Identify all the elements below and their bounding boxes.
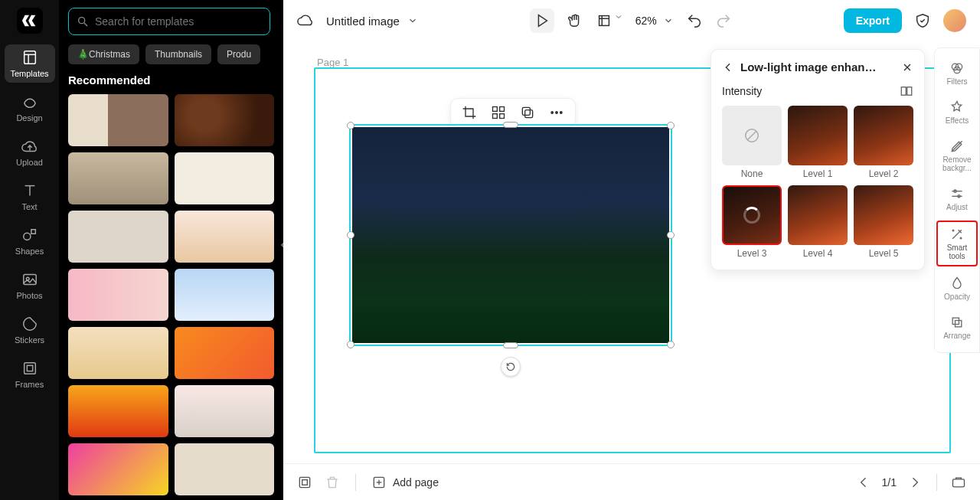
svg-point-18 — [556, 112, 558, 114]
shield-icon[interactable] — [914, 12, 931, 29]
redo-button[interactable] — [715, 12, 732, 29]
chevron-down-icon — [407, 15, 418, 26]
chip-thumbnails[interactable]: Thumbnails — [145, 44, 211, 64]
template-thumb[interactable] — [175, 152, 275, 204]
intensity-levels: None Level 1 Level 2 Level 3 Level 4 Lev… — [722, 106, 913, 259]
svg-rect-16 — [522, 107, 530, 115]
template-search[interactable] — [68, 8, 270, 35]
undo-button[interactable] — [686, 12, 703, 29]
resize-handle-tr[interactable] — [667, 122, 675, 129]
nav-shapes[interactable]: Shapes — [5, 222, 55, 260]
resize-handle-mt[interactable] — [503, 122, 518, 128]
svg-rect-11 — [493, 107, 498, 112]
pages-panel-button[interactable] — [297, 475, 312, 490]
app-logo[interactable] — [17, 8, 43, 34]
chip-products[interactable]: Produ — [217, 44, 260, 64]
compare-icon[interactable] — [900, 84, 913, 98]
resize-handle-bl[interactable] — [347, 341, 354, 348]
level-2[interactable]: Level 2 — [854, 106, 913, 179]
cloud-sync-icon[interactable] — [297, 12, 314, 29]
prev-page-button[interactable] — [856, 475, 871, 490]
none-icon — [743, 127, 760, 144]
close-icon[interactable] — [901, 61, 913, 74]
svg-rect-35 — [302, 479, 308, 485]
svg-rect-33 — [956, 321, 962, 327]
nav-frames[interactable]: Frames — [5, 355, 55, 394]
prop-effects[interactable]: Effects — [936, 95, 978, 129]
next-page-button[interactable] — [907, 475, 923, 490]
rotate-handle[interactable] — [501, 357, 521, 377]
nav-stickers[interactable]: Stickers — [5, 311, 55, 349]
user-avatar[interactable] — [943, 9, 966, 32]
zoom-dropdown[interactable]: 62% — [635, 15, 674, 27]
template-thumb[interactable] — [175, 211, 275, 263]
template-thumb[interactable] — [68, 327, 168, 379]
top-toolbar: Untitled image 62% Export — [283, 0, 980, 41]
prop-arrange[interactable]: Arrange — [936, 310, 978, 345]
prop-smart-tools[interactable]: Smart tools — [936, 221, 978, 266]
svg-rect-13 — [493, 114, 498, 119]
prop-adjust[interactable]: Adjust — [936, 181, 978, 216]
svg-rect-6 — [24, 363, 35, 374]
resize-handle-mb[interactable] — [503, 342, 518, 348]
template-thumb[interactable] — [68, 385, 168, 437]
present-button[interactable] — [951, 475, 966, 490]
page-navigator: 1/1 — [856, 474, 966, 491]
template-thumb[interactable] — [175, 94, 275, 146]
nav-templates[interactable]: Templates — [5, 44, 55, 83]
template-thumb[interactable] — [68, 211, 168, 263]
nav-text[interactable]: Text — [5, 178, 55, 216]
add-page-button[interactable]: Add page — [371, 475, 439, 490]
template-thumb[interactable] — [68, 94, 168, 146]
template-thumb[interactable] — [175, 385, 275, 437]
replace-button[interactable] — [491, 105, 506, 120]
divider — [936, 474, 937, 491]
back-icon[interactable] — [722, 61, 734, 74]
chip-christmas[interactable]: 🎄Christmas — [68, 44, 139, 64]
resize-handle-ml[interactable] — [347, 231, 354, 239]
search-icon — [77, 15, 89, 28]
resize-handle-br[interactable] — [667, 341, 675, 348]
template-thumb[interactable] — [68, 443, 168, 495]
template-thumb[interactable] — [175, 327, 275, 379]
delete-page-button[interactable] — [325, 475, 340, 490]
svg-rect-12 — [500, 107, 505, 112]
export-button[interactable]: Export — [844, 8, 902, 33]
right-properties-rail: Filters Effects Remove backgr... Adjust … — [934, 47, 980, 353]
duplicate-button[interactable] — [520, 105, 535, 120]
hand-tool-button[interactable] — [567, 12, 583, 29]
more-button[interactable] — [549, 105, 564, 120]
nav-photos[interactable]: Photos — [5, 266, 55, 305]
resize-handle-tl[interactable] — [347, 122, 354, 129]
svg-rect-32 — [952, 318, 959, 324]
nav-label: Text — [21, 202, 37, 211]
svg-point-8 — [79, 18, 85, 24]
document-title-dropdown[interactable]: Untitled image — [326, 15, 418, 28]
svg-rect-20 — [901, 87, 906, 96]
select-tool-button[interactable] — [530, 8, 554, 33]
prop-opacity[interactable]: Opacity — [936, 271, 978, 306]
level-4[interactable]: Level 4 — [788, 185, 848, 259]
level-5[interactable]: Level 5 — [854, 185, 913, 259]
template-thumb[interactable] — [175, 443, 275, 495]
search-input[interactable] — [95, 15, 262, 28]
svg-line-9 — [84, 23, 87, 26]
svg-rect-15 — [525, 110, 533, 118]
nav-design[interactable]: Design — [5, 89, 55, 127]
level-none[interactable]: None — [722, 106, 782, 179]
template-thumb[interactable] — [175, 269, 275, 321]
level-1[interactable]: Level 1 — [788, 106, 848, 179]
svg-rect-10 — [599, 16, 609, 26]
template-thumb[interactable] — [68, 269, 168, 321]
nav-upload[interactable]: Upload — [5, 133, 55, 172]
resize-handle-mr[interactable] — [667, 231, 675, 239]
prop-remove-bg[interactable]: Remove backgr... — [936, 134, 978, 177]
selection-frame — [349, 124, 672, 346]
prop-filters[interactable]: Filters — [936, 56, 978, 90]
crop-tool-dropdown[interactable] — [596, 12, 623, 29]
crop-button[interactable] — [462, 105, 477, 120]
section-title-recommended: Recommended — [68, 74, 274, 87]
template-thumb[interactable] — [68, 152, 168, 204]
level-3-selected-loading[interactable]: Level 3 — [722, 185, 782, 259]
nav-label: Design — [16, 113, 42, 123]
